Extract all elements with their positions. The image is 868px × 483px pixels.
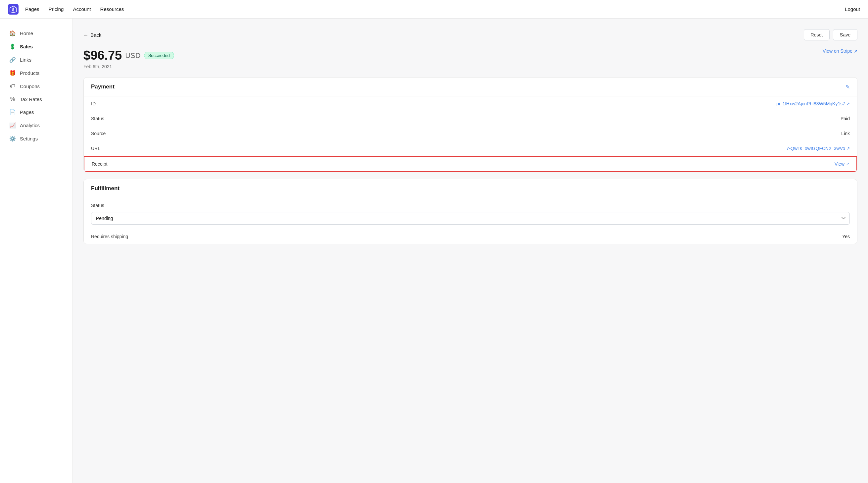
sidebar-item-analytics-label: Analytics: [20, 122, 40, 128]
payment-id-external-icon: ↗: [846, 102, 850, 106]
amount-display: $96.75 USD Succeeded: [84, 48, 174, 63]
fulfillment-card: Fulfillment Status Pending Fulfilled Can…: [84, 179, 858, 244]
payment-source-value: Link: [841, 131, 850, 136]
payment-card: Payment ✎ ID pi_1lHxw2AjcnPhf83W5MqKy1s7…: [84, 77, 858, 172]
sidebar-item-sales-label: Sales: [20, 44, 33, 49]
external-link-icon: ↗: [854, 49, 858, 54]
payment-url-value[interactable]: 7-QwTs_owIGQFCN2_3wVo ↗: [786, 146, 850, 151]
payment-url-text: 7-QwTs_owIGQFCN2_3wVo: [786, 146, 845, 151]
home-icon: 🏠: [9, 30, 16, 36]
sidebar-item-home-label: Home: [20, 30, 33, 36]
payment-id-text: pi_1lHxw2AjcnPhf83W5MqKy1s7: [776, 101, 845, 106]
fulfillment-card-header: Fulfillment: [84, 179, 857, 198]
amount-section: $96.75 USD Succeeded Feb 6th, 2021 View …: [84, 48, 858, 69]
sidebar-item-coupons-label: Coupons: [20, 84, 40, 89]
sidebar-item-settings[interactable]: ⚙️ Settings: [3, 132, 70, 145]
sidebar-item-sales[interactable]: 💲 Sales: [3, 40, 70, 53]
toolbar-actions: Reset Save: [804, 29, 858, 40]
sidebar-item-pages[interactable]: 📄 Pages: [3, 106, 70, 119]
sidebar-item-products[interactable]: 🎁 Products: [3, 66, 70, 80]
fulfillment-status-select[interactable]: Pending Fulfilled Cancelled: [91, 212, 850, 225]
receipt-view-link[interactable]: View ↗: [835, 161, 849, 167]
topnav-links: Pages Pricing Account Resources: [25, 6, 124, 12]
requires-shipping-row: Requires shipping Yes: [84, 229, 857, 244]
receipt-view-icon: ↗: [846, 162, 849, 166]
receipt-view-label: View: [835, 161, 844, 167]
payment-status-row: Status Paid: [84, 111, 857, 126]
view-on-stripe-link[interactable]: View on Stripe ↗: [823, 48, 858, 54]
requires-shipping-label: Requires shipping: [91, 234, 128, 239]
amount-currency: USD: [125, 51, 141, 60]
sidebar: 🏠 Home 💲 Sales 🔗 Links 🎁 Products 🏷 Coup…: [0, 19, 73, 483]
payment-source-row: Source Link: [84, 126, 857, 141]
sidebar-item-links-label: Links: [20, 57, 31, 63]
save-button[interactable]: Save: [833, 29, 858, 40]
sidebar-item-coupons[interactable]: 🏷 Coupons: [3, 80, 70, 92]
sidebar-item-pages-label: Pages: [20, 109, 34, 115]
logout-button[interactable]: Logout: [845, 6, 860, 12]
sidebar-item-settings-label: Settings: [20, 136, 38, 141]
sidebar-item-tax-rates[interactable]: % Tax Rates: [3, 93, 70, 105]
payment-card-header: Payment ✎: [84, 78, 857, 96]
receipt-label: Receipt: [92, 161, 107, 167]
view-on-stripe-label: View on Stripe: [823, 48, 852, 54]
payment-url-label: URL: [91, 146, 100, 151]
svg-text:S: S: [12, 8, 14, 11]
sidebar-item-analytics[interactable]: 📈 Analytics: [3, 119, 70, 132]
sidebar-item-links[interactable]: 🔗 Links: [3, 53, 70, 66]
payment-id-label: ID: [91, 101, 96, 106]
back-arrow-icon: ←: [84, 32, 88, 38]
sidebar-item-products-label: Products: [20, 70, 39, 76]
payment-status-label: Status: [91, 116, 104, 121]
payment-id-row: ID pi_1lHxw2AjcnPhf83W5MqKy1s7 ↗: [84, 96, 857, 111]
payment-card-edit-icon[interactable]: ✎: [845, 84, 850, 90]
payment-source-label: Source: [91, 131, 105, 136]
settings-icon: ⚙️: [9, 136, 16, 142]
topnav-account[interactable]: Account: [73, 6, 91, 12]
topnav-resources[interactable]: Resources: [100, 6, 124, 12]
reset-button[interactable]: Reset: [804, 29, 830, 40]
app-logo[interactable]: S: [8, 4, 19, 15]
sidebar-item-tax-rates-label: Tax Rates: [20, 96, 42, 102]
payment-status-value: Paid: [840, 116, 850, 121]
fulfillment-select-wrap: Pending Fulfilled Cancelled: [84, 210, 857, 229]
sales-icon: 💲: [9, 44, 16, 50]
amount-left: $96.75 USD Succeeded Feb 6th, 2021: [84, 48, 174, 69]
topnav-pricing[interactable]: Pricing: [49, 6, 64, 12]
payment-id-value[interactable]: pi_1lHxw2AjcnPhf83W5MqKy1s7 ↗: [776, 101, 850, 106]
payment-url-external-icon: ↗: [846, 146, 850, 151]
fulfillment-card-title: Fulfillment: [91, 185, 120, 192]
requires-shipping-value: Yes: [842, 234, 850, 239]
status-badge: Succeeded: [144, 52, 174, 59]
products-icon: 🎁: [9, 70, 16, 76]
main-content: ← Back Reset Save $96.75 USD Succeeded F…: [73, 19, 868, 483]
layout: 🏠 Home 💲 Sales 🔗 Links 🎁 Products 🏷 Coup…: [0, 0, 868, 483]
receipt-row: Receipt View ↗: [84, 156, 857, 172]
toolbar-row: ← Back Reset Save: [84, 29, 858, 40]
tax-rates-icon: %: [9, 96, 16, 102]
back-label: Back: [90, 32, 101, 38]
amount-number: $96.75: [84, 48, 122, 63]
fulfillment-status-label: Status: [84, 198, 857, 210]
coupons-icon: 🏷: [9, 83, 16, 89]
amount-date: Feb 6th, 2021: [84, 64, 174, 69]
analytics-icon: 📈: [9, 122, 16, 129]
back-button[interactable]: ← Back: [84, 32, 101, 38]
pages-icon: 📄: [9, 109, 16, 115]
topnav: S Pages Pricing Account Resources Logout: [0, 0, 868, 19]
payment-card-title: Payment: [91, 84, 115, 90]
sidebar-item-home[interactable]: 🏠 Home: [3, 27, 70, 40]
topnav-pages[interactable]: Pages: [25, 6, 39, 12]
payment-url-row: URL 7-QwTs_owIGQFCN2_3wVo ↗: [84, 141, 857, 156]
links-icon: 🔗: [9, 57, 16, 63]
